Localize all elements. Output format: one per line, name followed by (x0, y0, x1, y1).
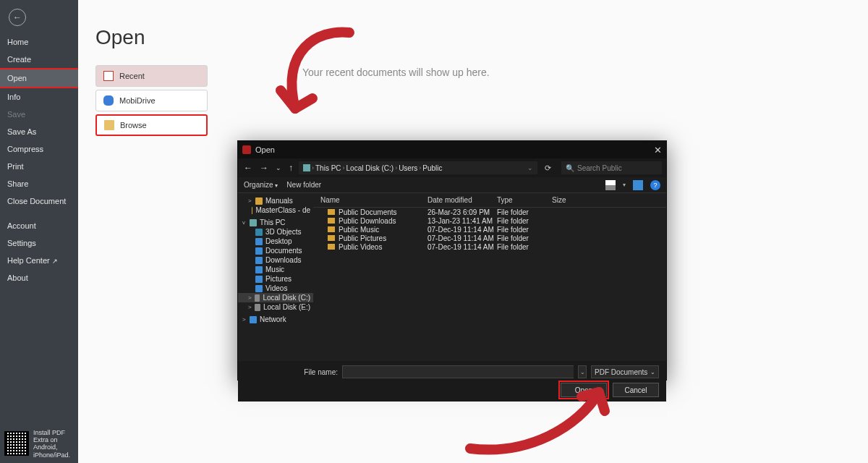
help-button[interactable]: ? (650, 180, 660, 190)
tree-item[interactable]: Videos (238, 284, 313, 293)
nav-back-button[interactable]: ← (242, 163, 254, 173)
cancel-button[interactable]: Cancel (613, 383, 659, 397)
filename-history-dropdown[interactable]: ⌄ (578, 365, 587, 378)
file-date: 26-Mar-23 6:09 PM (427, 208, 497, 216)
tree-item-label: Local Disk (E:) (263, 303, 310, 311)
chevron-icon: v (242, 219, 247, 226)
filename-label: File name: (245, 368, 338, 376)
sidebar-item-close-document[interactable]: Close Document (0, 192, 78, 210)
sidebar-item-account[interactable]: Account (0, 217, 78, 234)
open-option-mobidrive[interactable]: MobiDrive (95, 90, 208, 111)
open-option-recent[interactable]: Recent (95, 65, 208, 87)
sidebar-item-help-center[interactable]: Help Center (0, 252, 78, 269)
promo-text: Install PDF Extra on Android, iPhone/iPa… (33, 429, 70, 459)
nav-up-button[interactable]: ↑ (287, 163, 294, 173)
sidebar-item-print[interactable]: Print (0, 158, 78, 175)
document-icon (103, 71, 114, 81)
tree-item[interactable]: Documents (238, 246, 313, 255)
search-box[interactable]: 🔍 Search Public (561, 161, 662, 174)
folder-icon (255, 266, 263, 273)
tree-item[interactable]: Pictures (238, 274, 313, 284)
breadcrumb-bar[interactable]: › This PC› Local Disk (C:)› Users› Publi… (299, 161, 537, 174)
view-mode-dropdown-icon[interactable]: ▾ (623, 182, 626, 188)
column-type[interactable]: Type (497, 196, 552, 204)
file-type: File folder (497, 208, 552, 216)
sidebar-item-home[interactable]: Home (0, 33, 78, 51)
file-row[interactable]: Public Videos07-Dec-19 11:14 AMFile fold… (313, 242, 666, 251)
back-button[interactable]: ← (9, 9, 26, 26)
file-type-filter[interactable]: PDF Documents ⌄ (591, 365, 659, 378)
sidebar-item-info[interactable]: Info (0, 88, 78, 106)
tree-item-label: MasterClass - de (255, 206, 310, 214)
tree-item[interactable]: >Local Disk (E:) (238, 302, 313, 312)
folder-icon (255, 294, 260, 302)
chevron-icon: > (248, 197, 252, 204)
nav-forward-button[interactable]: → (258, 163, 270, 173)
folder-icon (255, 304, 260, 311)
tree-item[interactable]: MasterClass - de (238, 205, 313, 215)
open-source-list: Recent MobiDrive Browse (95, 65, 208, 136)
folder-tree: >ManualsMasterClass - devThis PC3D Objec… (238, 193, 313, 361)
sidebar-item-compress[interactable]: Compress (0, 140, 78, 158)
sidebar-item-save-as[interactable]: Save As (0, 123, 78, 140)
preview-pane-button[interactable] (633, 180, 643, 190)
breadcrumb-users[interactable]: Users (399, 164, 417, 172)
view-mode-button[interactable] (605, 180, 616, 190)
file-row[interactable]: Public Music07-Dec-19 11:14 AMFile folde… (313, 225, 666, 234)
refresh-button[interactable]: ⟳ (542, 163, 554, 173)
file-row[interactable]: Public Documents26-Mar-23 6:09 PMFile fo… (313, 208, 666, 216)
organize-menu[interactable]: Organize ▾ (244, 181, 278, 189)
breadcrumb-local-disk-c[interactable]: Local Disk (C:) (346, 164, 394, 172)
tree-item[interactable]: >Local Disk (C:) (238, 293, 313, 302)
breadcrumb-public[interactable]: Public (422, 164, 442, 172)
folder-icon (255, 238, 263, 245)
open-button[interactable]: Open (561, 383, 607, 397)
file-name: Public Documents (339, 208, 397, 216)
page-title: Open (95, 26, 868, 49)
tree-item[interactable]: Downloads (238, 255, 313, 265)
column-size[interactable]: Size (552, 196, 587, 204)
sidebar-item-save: Save (0, 106, 78, 123)
open-option-browse[interactable]: Browse (95, 114, 208, 136)
tree-item-label: Local Disk (C:) (263, 294, 310, 302)
tree-item[interactable]: >Manuals (238, 196, 313, 205)
nav-recent-dropdown[interactable]: ⌄ (274, 164, 283, 171)
sidebar-item-settings[interactable]: Settings (0, 234, 78, 252)
dialog-nav-bar: ← → ⌄ ↑ › This PC› Local Disk (C:)› User… (238, 158, 666, 177)
file-row[interactable]: Public Downloads13-Jan-23 11:41 AMFile f… (313, 216, 666, 225)
backstage-sidebar: ← Home Create Open Info Save Save As Com… (0, 0, 78, 463)
sidebar-item-about[interactable]: About (0, 269, 78, 286)
breadcrumb-this-pc[interactable]: This PC (315, 164, 341, 172)
open-option-recent-label: Recent (119, 72, 145, 80)
sidebar-item-create[interactable]: Create (0, 51, 78, 68)
filename-input[interactable] (342, 365, 574, 378)
promo-banner[interactable]: Install PDF Extra on Android, iPhone/iPa… (4, 429, 70, 459)
folder-icon (255, 285, 263, 292)
tree-item[interactable]: Desktop (238, 237, 313, 246)
column-name[interactable]: Name (313, 196, 427, 204)
folder-icon (328, 235, 335, 241)
dialog-title: Open (255, 145, 275, 154)
column-headers[interactable]: Name Date modified Type Size (313, 193, 666, 208)
breadcrumb-dropdown-icon[interactable]: ⌄ (527, 164, 533, 171)
tree-item[interactable]: Music (238, 265, 313, 274)
open-option-mobidrive-label: MobiDrive (119, 96, 156, 105)
cloud-icon (103, 95, 114, 106)
file-list: Name Date modified Type Size Public Docu… (313, 193, 666, 361)
dialog-close-button[interactable]: ✕ (654, 145, 662, 156)
tree-item[interactable]: vThis PC (238, 218, 313, 227)
tree-item-label: 3D Objects (265, 228, 301, 236)
folder-icon (252, 207, 253, 214)
chevron-icon: > (242, 316, 247, 323)
tree-item-label: Network (260, 315, 286, 323)
tree-item-label: Documents (265, 247, 302, 255)
tree-item[interactable]: 3D Objects (238, 227, 313, 237)
sidebar-item-share[interactable]: Share (0, 175, 78, 192)
file-row[interactable]: Public Pictures07-Dec-19 11:14 AMFile fo… (313, 234, 666, 242)
file-open-dialog: Open ✕ ← → ⌄ ↑ › This PC› Local Disk (C:… (237, 140, 667, 381)
tree-item[interactable]: >Network (238, 315, 313, 324)
sidebar-item-open[interactable]: Open (0, 68, 80, 88)
new-folder-button[interactable]: New folder (286, 181, 321, 189)
dialog-footer: File name: ⌄ PDF Documents ⌄ Open Cancel (238, 361, 666, 402)
column-date[interactable]: Date modified (427, 196, 497, 204)
